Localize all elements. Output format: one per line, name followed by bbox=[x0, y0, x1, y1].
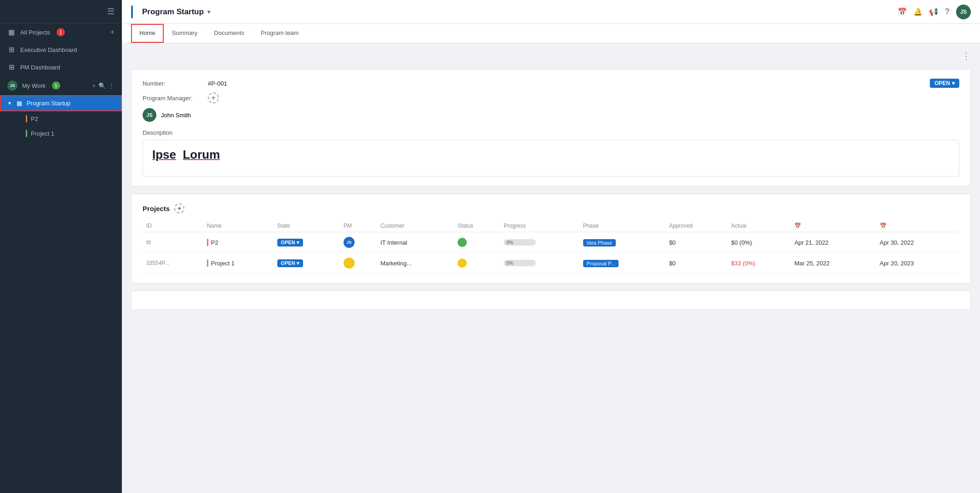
tab-home[interactable]: Home bbox=[131, 24, 164, 43]
phase-badge[interactable]: Idea Phase bbox=[583, 239, 616, 246]
main-area: Program Startup ▾ 📅 🔔 📢 ? JS Home Summar… bbox=[122, 0, 980, 493]
pm-name: John Smith bbox=[161, 112, 191, 119]
col-progress: Progress bbox=[500, 220, 579, 232]
title-chevron-icon[interactable]: ▾ bbox=[207, 9, 210, 15]
cell-date1: Mar 25, 2022 bbox=[791, 253, 876, 274]
main-info-card: Number: #P-001 OPEN ▾ Program Manager: +… bbox=[131, 69, 971, 186]
cell-pm: JS bbox=[340, 232, 377, 253]
user-avatar[interactable]: JS bbox=[956, 5, 971, 19]
calendar-icon[interactable]: 📅 bbox=[898, 7, 907, 16]
pm-dashboard-label: PM Dashboard bbox=[20, 64, 60, 71]
description-box[interactable]: Ipse Lorum bbox=[143, 140, 959, 177]
col-date1: 📅 bbox=[791, 220, 876, 232]
projects-title: Projects bbox=[143, 205, 170, 212]
sidebar-item-all-projects[interactable]: ▦ All Projects 1 + bbox=[0, 23, 122, 41]
state-chevron: ▾ bbox=[297, 240, 299, 246]
my-work-more-icon[interactable]: ⋮ bbox=[109, 82, 115, 89]
col-name: Name bbox=[203, 220, 274, 232]
my-work-badge: 5 bbox=[52, 81, 60, 90]
phase-badge[interactable]: Proposal P... bbox=[583, 260, 619, 267]
all-projects-add-icon[interactable]: + bbox=[110, 28, 115, 36]
tab-program-team[interactable]: Program team bbox=[252, 24, 307, 43]
pm-avatar: JS bbox=[143, 108, 156, 122]
cell-customer: IT Internal bbox=[377, 232, 454, 253]
avatar-initials: JS bbox=[960, 9, 967, 15]
sidebar-sub-item-p2[interactable]: P2 bbox=[22, 111, 122, 126]
topbar: Program Startup ▾ 📅 🔔 📢 ? JS bbox=[122, 0, 980, 24]
page-title: Program Startup bbox=[142, 7, 204, 17]
help-icon[interactable]: ? bbox=[945, 7, 950, 17]
progress-bar: 0% bbox=[504, 239, 536, 246]
pm-initials: JS bbox=[146, 112, 152, 118]
sidebar-header: ☰ bbox=[0, 0, 122, 23]
state-badge[interactable]: OPEN ▾ bbox=[277, 259, 303, 267]
cell-date2: Apr 20, 2023 bbox=[876, 253, 959, 274]
sidebar-sub-items: P2 Project 1 bbox=[0, 111, 122, 141]
number-value: #P-001 bbox=[208, 80, 227, 87]
state-chevron: ▾ bbox=[297, 260, 299, 266]
bottom-card bbox=[131, 291, 971, 310]
description-underline: Lorum bbox=[183, 148, 220, 161]
p2-color-bar bbox=[26, 115, 27, 122]
pm-label: Program Manager: bbox=[143, 95, 202, 102]
tab-documents[interactable]: Documents bbox=[206, 24, 252, 43]
more-actions-row: ⋮ bbox=[131, 51, 971, 62]
projects-add-button[interactable]: + bbox=[174, 203, 184, 213]
cell-date2: Apr 30, 2022 bbox=[876, 232, 959, 253]
my-work-label: My Work bbox=[22, 82, 46, 89]
number-label: Number: bbox=[143, 80, 202, 87]
pm-avatar-cell bbox=[344, 258, 355, 269]
cell-pm bbox=[340, 253, 377, 274]
cell-status bbox=[454, 253, 500, 274]
tab-summary[interactable]: Summary bbox=[164, 24, 206, 43]
table-row: 33554P... Project 1 OPEN ▾ Marketing... … bbox=[143, 253, 959, 274]
more-dots-icon[interactable]: ⋮ bbox=[962, 51, 971, 62]
sidebar-sub-item-project1[interactable]: Project 1 bbox=[22, 126, 122, 141]
status-circle bbox=[458, 238, 467, 247]
name-color-bar bbox=[207, 259, 208, 267]
p2-label: P2 bbox=[31, 115, 38, 122]
all-projects-badge: 1 bbox=[57, 28, 65, 36]
exec-dashboard-icon: ⊞ bbox=[7, 46, 16, 54]
cell-customer: Marketing... bbox=[377, 253, 454, 274]
cell-state: OPEN ▾ bbox=[274, 232, 340, 253]
my-work-search-icon[interactable]: 🔍 bbox=[98, 82, 106, 89]
number-row: Number: #P-001 OPEN ▾ bbox=[143, 79, 959, 88]
content-area: ⋮ Number: #P-001 OPEN ▾ Program Manager:… bbox=[122, 43, 980, 493]
col-actual: Actual bbox=[728, 220, 791, 232]
status-chevron-icon: ▾ bbox=[952, 80, 955, 86]
megaphone-icon[interactable]: 📢 bbox=[929, 7, 938, 16]
my-work-avatar: JS bbox=[7, 80, 17, 91]
col-approved: Approved bbox=[665, 220, 728, 232]
bell-icon[interactable]: 🔔 bbox=[913, 7, 923, 16]
pm-add-button[interactable]: + bbox=[208, 92, 219, 103]
cell-progress: 0% bbox=[500, 253, 579, 274]
topbar-icons: 📅 🔔 📢 ? JS bbox=[898, 5, 971, 19]
table-row: ttt P2 OPEN ▾ JS IT Internal 0% Idea bbox=[143, 232, 959, 253]
my-work-actions: + 🔍 ⋮ bbox=[92, 82, 115, 89]
all-projects-icon: ▦ bbox=[7, 28, 16, 36]
pm-dashboard-icon: ⊞ bbox=[7, 63, 16, 71]
cell-actual: $33 (0%) bbox=[728, 253, 791, 274]
program-startup-expand-icon[interactable]: ▼ bbox=[7, 101, 12, 106]
sidebar-item-my-work[interactable]: JS My Work 5 + 🔍 ⋮ bbox=[0, 76, 122, 95]
cell-approved: $0 bbox=[665, 253, 728, 274]
my-work-add-icon[interactable]: + bbox=[92, 82, 96, 89]
cell-phase: Idea Phase bbox=[579, 232, 665, 253]
project1-color-bar bbox=[26, 130, 27, 137]
col-pm: PM bbox=[340, 220, 377, 232]
projects-table: ID Name State PM Customer Status Progres… bbox=[143, 220, 959, 274]
state-badge[interactable]: OPEN ▾ bbox=[277, 239, 303, 246]
sidebar-item-pm-dashboard[interactable]: ⊞ PM Dashboard bbox=[0, 58, 122, 76]
sidebar-item-exec-dashboard[interactable]: ⊞ Executive Dashboard bbox=[0, 41, 122, 58]
cell-id: ttt bbox=[143, 232, 203, 253]
pm-row: Program Manager: + bbox=[143, 92, 959, 103]
hamburger-icon[interactable]: ☰ bbox=[107, 6, 115, 17]
program-startup-grid-icon: ▦ bbox=[17, 100, 22, 107]
status-open-badge[interactable]: OPEN ▾ bbox=[930, 79, 959, 88]
pm-avatar-cell: JS bbox=[344, 237, 355, 248]
sidebar-item-program-startup[interactable]: ▼ ▦ Program Startup bbox=[0, 95, 122, 111]
project1-label: Project 1 bbox=[31, 130, 54, 137]
col-status: Status bbox=[454, 220, 500, 232]
cell-status bbox=[454, 232, 500, 253]
